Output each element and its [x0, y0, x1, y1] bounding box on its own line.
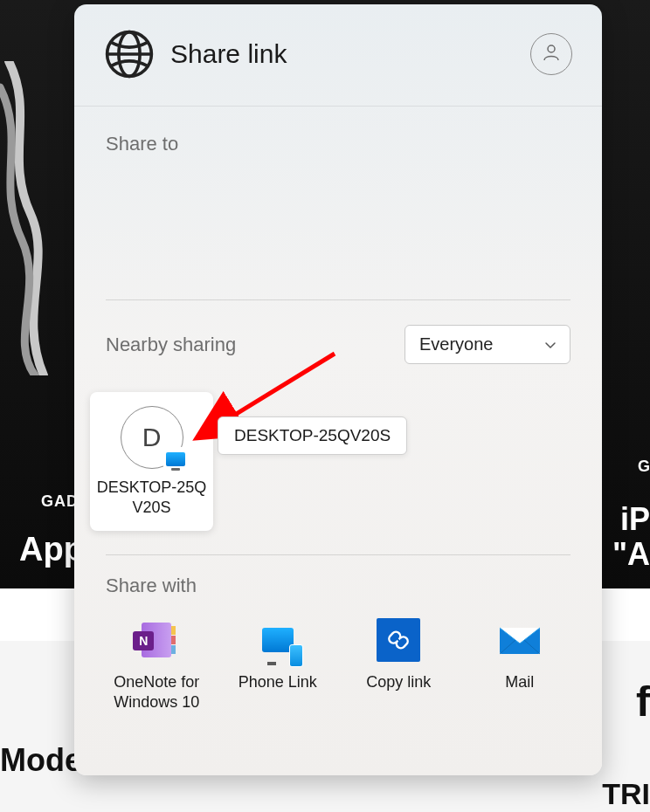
dialog-header: Share link — [74, 4, 602, 107]
device-avatar: D — [121, 406, 183, 469]
app-mail[interactable]: Mail — [464, 618, 577, 713]
dialog-title: Share link — [170, 39, 287, 69]
app-phone-link[interactable]: Phone Link — [222, 618, 335, 713]
share-to-label: Share to — [106, 133, 570, 155]
copy-link-icon — [377, 618, 420, 662]
globe-icon — [104, 29, 155, 79]
phone-link-icon — [256, 618, 300, 662]
background-decoration — [0, 61, 75, 375]
bg-text-tri: TRI — [602, 777, 650, 811]
share-with-label: Share with — [106, 575, 570, 597]
nearby-sharing-label: Nearby sharing — [106, 334, 236, 356]
header-left: Share link — [104, 29, 287, 79]
app-label: Copy link — [366, 672, 431, 692]
app-label: Mail — [505, 672, 534, 692]
app-onenote[interactable]: N OneNote for Windows 10 — [100, 618, 213, 713]
person-icon — [541, 42, 562, 66]
svg-point-3 — [548, 45, 555, 52]
bg-text-a-quote: "A — [612, 536, 650, 573]
facebook-icon-fragment: f — [636, 678, 650, 726]
bg-text-gadget: GAD — [41, 492, 79, 511]
share-dialog: Share link Share to Nearby sharing Every… — [74, 4, 602, 775]
account-button[interactable] — [530, 33, 572, 75]
app-label: OneNote for Windows 10 — [100, 672, 213, 713]
bg-text-g2: G — [638, 458, 650, 476]
device-tooltip: DESKTOP-25QV20S — [218, 416, 407, 455]
share-to-section: Share to — [74, 107, 602, 299]
dropdown-value: Everyone — [419, 334, 494, 354]
monitor-badge-icon — [163, 447, 188, 471]
app-copy-link[interactable]: Copy link — [342, 618, 455, 713]
nearby-sharing-row: Nearby sharing Everyone — [74, 300, 602, 380]
nearby-visibility-dropdown[interactable]: Everyone — [405, 325, 570, 364]
share-apps-row: N OneNote for Windows 10 Phone Link Copy… — [74, 597, 602, 713]
share-with-section: Share with — [74, 555, 602, 597]
bg-text-ip: iP — [620, 501, 650, 538]
share-to-content — [106, 155, 570, 299]
mail-icon — [498, 618, 542, 662]
device-initial: D — [142, 423, 162, 452]
onenote-icon: N — [135, 618, 178, 662]
nearby-devices-area: D DESKTOP-25Q V20S DESKTOP-25QV20S — [74, 380, 602, 554]
device-label: DESKTOP-25Q V20S — [97, 478, 207, 519]
chevron-down-icon — [543, 338, 557, 352]
app-label: Phone Link — [239, 672, 317, 692]
nearby-device-tile[interactable]: D DESKTOP-25Q V20S — [90, 392, 213, 531]
